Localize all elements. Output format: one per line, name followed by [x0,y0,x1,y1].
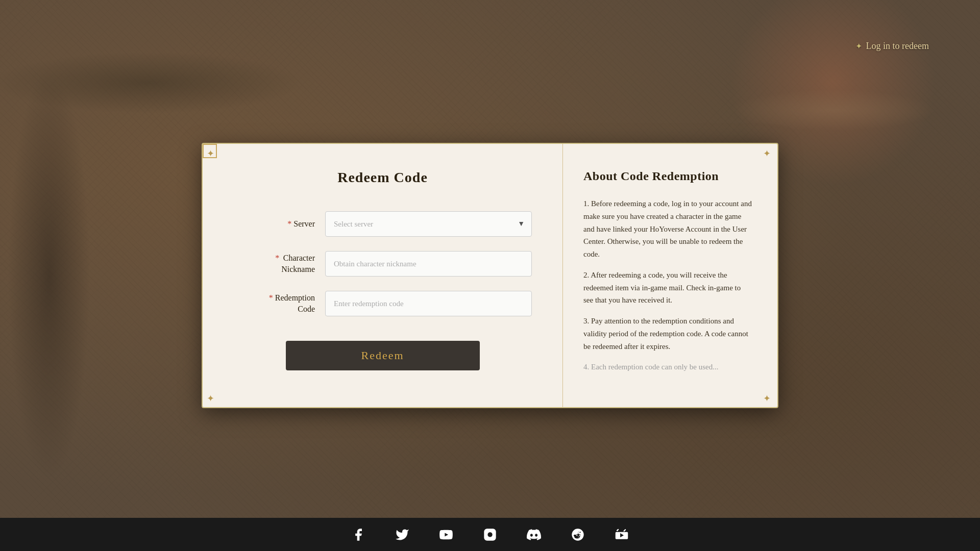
server-required-star: * [287,218,291,230]
youtube-icon[interactable] [437,525,455,544]
corner-decoration-bl: ✦ [207,393,217,403]
discord-icon[interactable] [525,525,543,544]
bilibili-icon[interactable] [612,525,631,544]
redeem-modal: ✦ ✦ ✦ ✦ Redeem Code * Server Select serv… [202,143,778,408]
instagram-icon[interactable] [481,525,499,544]
about-content: 1. Before redeeming a code, log in to yo… [583,197,757,382]
info-item-1: 1. Before redeeming a code, log in to yo… [583,197,752,261]
code-required-star: * [269,292,273,304]
redemption-code-input[interactable] [325,291,532,316]
nickname-form-group: * CharacterNickname [233,251,532,277]
login-link[interactable]: ✦ Log in to redeem [855,41,929,52]
nickname-required-star: * [275,253,279,264]
code-form-group: * RedemptionCode [233,291,532,316]
star-icon: ✦ [855,41,862,51]
modal-title: Redeem Code [337,169,428,186]
left-panel: Redeem Code * Server Select server ▼ * C… [203,144,563,407]
facebook-icon[interactable] [349,525,368,544]
code-label: RedemptionCode [275,292,315,315]
server-form-group: * Server Select server ▼ [233,211,532,237]
server-label-group: * Server [233,218,315,230]
server-label: Server [293,218,315,230]
corner-decoration-br: ✦ [763,393,773,403]
twitter-icon[interactable] [393,525,411,544]
nickname-input[interactable] [325,251,532,277]
info-item-2: 2. After redeeming a code, you will rece… [583,269,752,307]
server-select-wrapper: Select server ▼ [325,211,532,237]
corner-decoration-tr: ✦ [763,148,773,158]
info-item-3: 3. Pay attention to the redemption condi… [583,315,752,353]
code-label-group: * RedemptionCode [233,292,315,315]
about-title: About Code Redemption [583,169,757,183]
login-link-text: Log in to redeem [866,41,929,52]
right-panel: About Code Redemption 1. Before redeemin… [563,144,777,407]
nickname-label: CharacterNickname [281,253,315,276]
redeem-button[interactable]: Redeem [286,341,480,370]
nickname-label-group: * CharacterNickname [233,253,315,276]
corner-decoration-tl: ✦ [207,148,217,158]
info-item-4: 4. Each redemption code can only be used… [583,361,752,373]
reddit-icon[interactable] [569,525,587,544]
server-select[interactable]: Select server [325,211,532,237]
footer-bar [0,518,980,551]
